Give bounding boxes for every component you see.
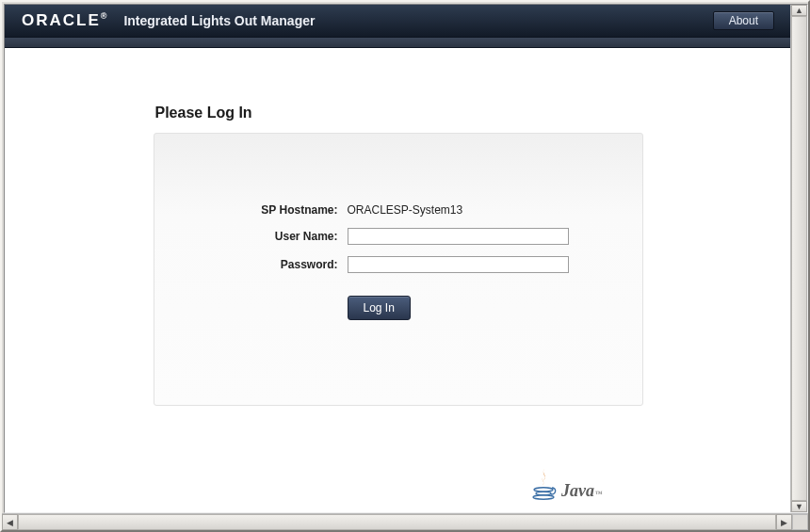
password-input[interactable] [348,256,569,273]
java-text: Java™ [561,481,603,501]
scroll-right-button[interactable]: ▶ [776,514,792,530]
scroll-up-button[interactable]: ▲ [791,5,807,16]
login-title: Please Log In [155,105,643,121]
app-header: ORACLE® Integrated Lights Out Manager Ab… [5,5,791,37]
scrollbar-corner [792,514,808,530]
vertical-scrollbar[interactable]: ▲ ▼ [790,5,807,512]
h-scroll-thumb[interactable] [19,515,776,529]
scroll-down-button[interactable]: ▼ [791,501,807,512]
oracle-logo: ORACLE® [22,11,106,30]
viewport-wrap: ORACLE® Integrated Lights Out Manager Ab… [2,2,808,513]
v-scroll-track[interactable] [791,16,807,501]
hostname-value: ORACLESP-System13 [348,203,463,217]
svg-point-2 [533,495,554,499]
hostname-row: SP Hostname: ORACLESP-System13 [154,203,642,217]
password-row: Password: [154,256,642,273]
java-logo: Java™ [531,467,603,501]
browser-viewport: ORACLE® Integrated Lights Out Manager Ab… [4,4,808,513]
hostname-label: SP Hostname: [154,203,348,217]
v-scroll-thumb[interactable] [792,17,806,501]
header-subbar [5,37,791,48]
java-cup-icon [531,467,558,501]
username-label: User Name: [154,230,348,243]
registered-mark: ® [101,11,107,21]
password-label: Password: [154,258,348,271]
username-row: User Name: [154,228,642,245]
username-input[interactable] [348,228,569,245]
login-card: SP Hostname: ORACLESP-System13 User Name… [154,133,643,406]
login-button[interactable]: Log In [348,296,411,320]
h-scroll-track[interactable] [18,514,776,530]
product-title: Integrated Lights Out Manager [123,13,315,28]
os-window-frame: ORACLE® Integrated Lights Out Manager Ab… [0,0,810,532]
submit-row: Log In [154,296,642,320]
page: ORACLE® Integrated Lights Out Manager Ab… [5,5,807,512]
brand-text: ORACLE [22,11,101,29]
login-section: Please Log In SP Hostname: ORACLESP-Syst… [154,105,643,406]
about-button[interactable]: About [713,11,774,30]
scroll-left-button[interactable]: ◀ [2,514,18,530]
trademark: ™ [595,490,603,498]
horizontal-scrollbar[interactable]: ◀ ▶ [2,513,808,530]
